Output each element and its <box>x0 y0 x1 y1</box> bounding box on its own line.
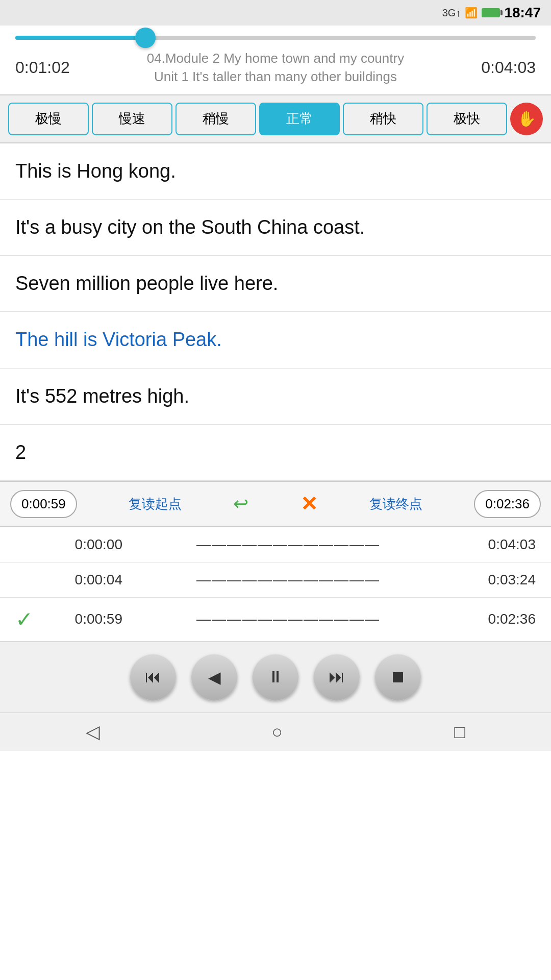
track-title: 04.Module 2 My home town and my country … <box>70 49 481 86</box>
text-line-6[interactable]: 2 <box>0 425 551 481</box>
bookmark-check-2: ✓ <box>15 607 41 632</box>
seek-bar-track[interactable] <box>15 36 536 40</box>
text-line-3[interactable]: Seven million people live here. <box>0 256 551 312</box>
status-time: 18:47 <box>504 5 541 21</box>
time-title-row: 0:01:02 04.Module 2 My home town and my … <box>0 45 551 94</box>
battery-icon <box>482 8 500 17</box>
pause-icon: ⏸ <box>267 668 284 687</box>
text-content: This is Hong kong. It's a busy city on t… <box>0 143 551 481</box>
repeat-icon[interactable]: ↩ <box>233 493 248 514</box>
bookmark-end-2: 0:02:36 <box>454 611 536 627</box>
current-time: 0:01:02 <box>15 58 70 77</box>
bookmark-row-2[interactable]: ✓ 0:00:59 ———————————— 0:02:36 <box>0 598 551 642</box>
seek-bar-fill <box>15 36 145 40</box>
text-line-2[interactable]: It's a busy city on the South China coas… <box>0 200 551 256</box>
nav-recents-icon[interactable]: □ <box>454 721 465 743</box>
prev-button[interactable]: ◀ <box>191 654 237 700</box>
next-icon: ⏭ <box>329 668 345 687</box>
next-button[interactable]: ⏭ <box>314 654 360 700</box>
bookmark-row-1[interactable]: 0:00:04 ———————————— 0:03:24 <box>0 562 551 598</box>
bookmark-start-0: 0:00:00 <box>41 536 122 553</box>
speed-btn-slightly-fast[interactable]: 稍快 <box>343 103 423 135</box>
rewind-back-icon: ⏮ <box>145 668 161 687</box>
track-title-line2: Unit 1 It's taller than many other build… <box>75 67 476 86</box>
nav-home-icon[interactable]: ○ <box>271 721 283 743</box>
nav-back-icon[interactable]: ◁ <box>86 721 100 743</box>
status-bar: 3G↑ 📶 18:47 <box>0 0 551 26</box>
signal-icon: 3G↑ <box>442 7 461 19</box>
bookmark-start-1: 0:00:04 <box>41 572 122 588</box>
nav-bar: ◁ ○ □ <box>0 713 551 751</box>
bookmark-end-0: 0:04:03 <box>454 536 536 553</box>
hand-icon: ✋ <box>517 110 536 128</box>
stop-button[interactable]: ✋ <box>510 103 543 135</box>
seek-bar-container[interactable] <box>0 26 551 45</box>
repeat-start-time[interactable]: 0:00:59 <box>10 490 77 518</box>
speed-btn-slow[interactable]: 慢速 <box>92 103 172 135</box>
text-line-4[interactable]: The hill is Victoria Peak. <box>0 312 551 368</box>
speed-btn-very-slow[interactable]: 极慢 <box>8 103 89 135</box>
bookmark-dashes-1: ———————————— <box>122 572 454 588</box>
wifi-icon: 📶 <box>465 7 478 19</box>
repeat-end-time[interactable]: 0:02:36 <box>474 490 541 518</box>
text-line-5[interactable]: It's 552 metres high. <box>0 369 551 425</box>
pause-button[interactable]: ⏸ <box>253 654 298 700</box>
bookmark-end-1: 0:03:24 <box>454 572 536 588</box>
bookmark-dashes-0: ———————————— <box>122 536 454 553</box>
rewind-back-button[interactable]: ⏮ <box>130 654 176 700</box>
speed-controls: 极慢 慢速 稍慢 正常 稍快 极快 ✋ <box>0 94 551 143</box>
prev-icon: ◀ <box>208 668 221 687</box>
speed-btn-slightly-slow[interactable]: 稍慢 <box>176 103 256 135</box>
playback-controls: ⏮ ◀ ⏸ ⏭ ⏹ <box>0 642 551 713</box>
bookmark-dashes-2: ———————————— <box>122 611 454 627</box>
text-line-1[interactable]: This is Hong kong. <box>0 143 551 200</box>
repeat-bar: 0:00:59 复读起点 ↩ ✕ 复读终点 0:02:36 <box>0 481 551 527</box>
stop-playback-button[interactable]: ⏹ <box>375 654 421 700</box>
cancel-repeat-icon[interactable]: ✕ <box>300 492 318 516</box>
track-title-line1: 04.Module 2 My home town and my country <box>75 49 476 67</box>
speed-btn-normal[interactable]: 正常 <box>259 103 340 135</box>
bookmark-table: 0:00:00 ———————————— 0:04:03 0:00:04 ———… <box>0 527 551 642</box>
status-icons: 3G↑ 📶 18:47 <box>442 5 541 21</box>
bookmark-start-2: 0:00:59 <box>41 611 122 627</box>
total-time: 0:04:03 <box>481 58 536 77</box>
repeat-start-label[interactable]: 复读起点 <box>129 495 182 513</box>
repeat-end-label[interactable]: 复读终点 <box>369 495 422 513</box>
stop-icon: ⏹ <box>390 668 406 687</box>
speed-btn-very-fast[interactable]: 极快 <box>427 103 507 135</box>
seek-bar-thumb[interactable] <box>135 28 156 48</box>
bookmark-row-0[interactable]: 0:00:00 ———————————— 0:04:03 <box>0 527 551 562</box>
